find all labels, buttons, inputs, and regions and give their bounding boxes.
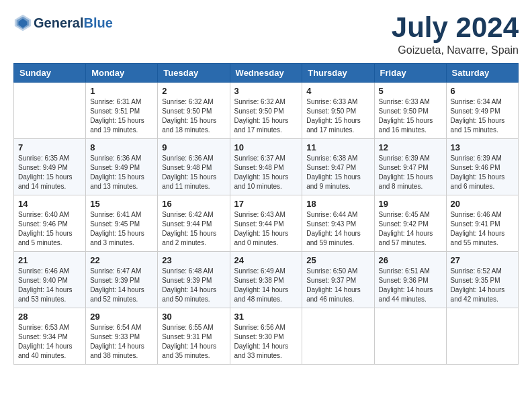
day-number: 10 bbox=[234, 142, 298, 152]
day-info: Sunrise: 6:38 AM Sunset: 9:47 PM Dayligh… bbox=[306, 154, 369, 191]
day-number: 26 bbox=[379, 255, 442, 265]
calendar-week-3: 14Sunrise: 6:40 AM Sunset: 9:46 PM Dayli… bbox=[14, 195, 519, 252]
day-number: 17 bbox=[234, 199, 298, 209]
day-info: Sunrise: 6:46 AM Sunset: 9:41 PM Dayligh… bbox=[451, 210, 514, 248]
calendar-week-1: 1Sunrise: 6:31 AM Sunset: 9:51 PM Daylig… bbox=[14, 83, 519, 139]
day-info: Sunrise: 6:45 AM Sunset: 9:42 PM Dayligh… bbox=[379, 210, 442, 248]
calendar-cell: 13Sunrise: 6:39 AM Sunset: 9:46 PM Dayli… bbox=[446, 139, 518, 195]
calendar-cell: 3Sunrise: 6:32 AM Sunset: 9:50 PM Daylig… bbox=[230, 83, 302, 139]
weekday-header-friday: Friday bbox=[374, 64, 446, 83]
day-number: 5 bbox=[379, 86, 442, 96]
day-number: 27 bbox=[451, 255, 514, 265]
calendar-table: SundayMondayTuesdayWednesdayThursdayFrid… bbox=[13, 63, 519, 365]
day-info: Sunrise: 6:51 AM Sunset: 9:36 PM Dayligh… bbox=[379, 267, 442, 304]
calendar-cell: 21Sunrise: 6:46 AM Sunset: 9:40 PM Dayli… bbox=[14, 252, 86, 308]
day-number: 24 bbox=[234, 255, 298, 265]
day-number: 23 bbox=[162, 255, 225, 265]
calendar-cell: 14Sunrise: 6:40 AM Sunset: 9:46 PM Dayli… bbox=[14, 195, 86, 252]
weekday-header-monday: Monday bbox=[86, 64, 158, 83]
day-number: 18 bbox=[306, 199, 369, 209]
calendar-cell: 17Sunrise: 6:43 AM Sunset: 9:44 PM Dayli… bbox=[230, 195, 302, 252]
weekday-header-saturday: Saturday bbox=[446, 64, 518, 83]
day-info: Sunrise: 6:47 AM Sunset: 9:39 PM Dayligh… bbox=[90, 267, 153, 304]
day-info: Sunrise: 6:46 AM Sunset: 9:40 PM Dayligh… bbox=[18, 267, 81, 304]
day-number: 7 bbox=[18, 142, 81, 152]
day-number: 22 bbox=[90, 255, 153, 265]
weekday-header-tuesday: Tuesday bbox=[158, 64, 230, 83]
day-info: Sunrise: 6:39 AM Sunset: 9:46 PM Dayligh… bbox=[451, 154, 514, 191]
day-number: 11 bbox=[306, 142, 369, 152]
calendar-cell: 2Sunrise: 6:32 AM Sunset: 9:50 PM Daylig… bbox=[158, 83, 230, 139]
day-number: 8 bbox=[90, 142, 153, 152]
day-info: Sunrise: 6:33 AM Sunset: 9:50 PM Dayligh… bbox=[379, 97, 442, 135]
calendar-cell: 26Sunrise: 6:51 AM Sunset: 9:36 PM Dayli… bbox=[374, 252, 446, 308]
day-info: Sunrise: 6:41 AM Sunset: 9:45 PM Dayligh… bbox=[90, 210, 153, 248]
day-number: 19 bbox=[379, 199, 442, 209]
title-section: July 2024 Goizueta, Navarre, Spain bbox=[392, 13, 519, 56]
weekday-header-wednesday: Wednesday bbox=[230, 64, 302, 83]
calendar-cell: 28Sunrise: 6:53 AM Sunset: 9:34 PM Dayli… bbox=[14, 308, 86, 365]
day-number: 2 bbox=[162, 86, 225, 96]
weekday-header-thursday: Thursday bbox=[302, 64, 374, 83]
day-number: 1 bbox=[90, 86, 153, 96]
logo: GeneralBlue bbox=[13, 13, 113, 32]
calendar-cell: 19Sunrise: 6:45 AM Sunset: 9:42 PM Dayli… bbox=[374, 195, 446, 252]
calendar-cell: 20Sunrise: 6:46 AM Sunset: 9:41 PM Dayli… bbox=[446, 195, 518, 252]
day-number: 20 bbox=[451, 199, 514, 209]
calendar-cell: 30Sunrise: 6:55 AM Sunset: 9:31 PM Dayli… bbox=[158, 308, 230, 365]
day-number: 3 bbox=[234, 86, 298, 96]
day-number: 29 bbox=[90, 312, 153, 322]
calendar-cell: 31Sunrise: 6:56 AM Sunset: 9:30 PM Dayli… bbox=[230, 308, 302, 365]
calendar-cell: 1Sunrise: 6:31 AM Sunset: 9:51 PM Daylig… bbox=[86, 83, 158, 139]
calendar-cell: 25Sunrise: 6:50 AM Sunset: 9:37 PM Dayli… bbox=[302, 252, 374, 308]
day-number: 4 bbox=[306, 86, 369, 96]
day-number: 13 bbox=[451, 142, 514, 152]
day-info: Sunrise: 6:36 AM Sunset: 9:49 PM Dayligh… bbox=[90, 154, 153, 191]
day-info: Sunrise: 6:50 AM Sunset: 9:37 PM Dayligh… bbox=[306, 267, 369, 304]
day-number: 12 bbox=[379, 142, 442, 152]
calendar-cell: 29Sunrise: 6:54 AM Sunset: 9:33 PM Dayli… bbox=[86, 308, 158, 365]
location-subtitle: Goizueta, Navarre, Spain bbox=[392, 44, 519, 56]
day-info: Sunrise: 6:36 AM Sunset: 9:48 PM Dayligh… bbox=[162, 154, 225, 191]
day-number: 28 bbox=[18, 312, 81, 322]
calendar-cell: 18Sunrise: 6:44 AM Sunset: 9:43 PM Dayli… bbox=[302, 195, 374, 252]
calendar-week-4: 21Sunrise: 6:46 AM Sunset: 9:40 PM Dayli… bbox=[14, 252, 519, 308]
calendar-cell bbox=[302, 308, 374, 365]
day-number: 31 bbox=[234, 312, 298, 322]
day-info: Sunrise: 6:39 AM Sunset: 9:47 PM Dayligh… bbox=[379, 154, 442, 191]
calendar-week-5: 28Sunrise: 6:53 AM Sunset: 9:34 PM Dayli… bbox=[14, 308, 519, 365]
day-number: 14 bbox=[18, 199, 81, 209]
day-number: 6 bbox=[451, 86, 514, 96]
calendar-cell: 24Sunrise: 6:49 AM Sunset: 9:38 PM Dayli… bbox=[230, 252, 302, 308]
day-info: Sunrise: 6:40 AM Sunset: 9:46 PM Dayligh… bbox=[18, 210, 81, 248]
day-info: Sunrise: 6:37 AM Sunset: 9:48 PM Dayligh… bbox=[234, 154, 298, 191]
calendar-cell: 8Sunrise: 6:36 AM Sunset: 9:49 PM Daylig… bbox=[86, 139, 158, 195]
calendar-cell: 4Sunrise: 6:33 AM Sunset: 9:50 PM Daylig… bbox=[302, 83, 374, 139]
page-header: GeneralBlue July 2024 Goizueta, Navarre,… bbox=[13, 13, 519, 56]
day-info: Sunrise: 6:56 AM Sunset: 9:30 PM Dayligh… bbox=[234, 323, 298, 361]
day-info: Sunrise: 6:32 AM Sunset: 9:50 PM Dayligh… bbox=[234, 97, 298, 135]
calendar-cell bbox=[374, 308, 446, 365]
calendar-cell: 23Sunrise: 6:48 AM Sunset: 9:39 PM Dayli… bbox=[158, 252, 230, 308]
calendar-body: 1Sunrise: 6:31 AM Sunset: 9:51 PM Daylig… bbox=[14, 83, 519, 365]
day-info: Sunrise: 6:49 AM Sunset: 9:38 PM Dayligh… bbox=[234, 267, 298, 304]
day-info: Sunrise: 6:44 AM Sunset: 9:43 PM Dayligh… bbox=[306, 210, 369, 248]
logo-icon bbox=[13, 13, 32, 32]
day-info: Sunrise: 6:34 AM Sunset: 9:49 PM Dayligh… bbox=[451, 97, 514, 135]
logo-blue: Blue bbox=[83, 15, 112, 31]
calendar-cell: 9Sunrise: 6:36 AM Sunset: 9:48 PM Daylig… bbox=[158, 139, 230, 195]
calendar-header-row: SundayMondayTuesdayWednesdayThursdayFrid… bbox=[14, 64, 519, 83]
day-number: 25 bbox=[306, 255, 369, 265]
day-number: 15 bbox=[90, 199, 153, 209]
day-number: 30 bbox=[162, 312, 225, 322]
logo-general: General bbox=[34, 15, 83, 31]
day-info: Sunrise: 6:55 AM Sunset: 9:31 PM Dayligh… bbox=[162, 323, 225, 361]
day-info: Sunrise: 6:33 AM Sunset: 9:50 PM Dayligh… bbox=[306, 97, 369, 135]
day-info: Sunrise: 6:52 AM Sunset: 9:35 PM Dayligh… bbox=[451, 267, 514, 304]
month-title: July 2024 bbox=[392, 13, 519, 42]
calendar-cell: 11Sunrise: 6:38 AM Sunset: 9:47 PM Dayli… bbox=[302, 139, 374, 195]
day-info: Sunrise: 6:35 AM Sunset: 9:49 PM Dayligh… bbox=[18, 154, 81, 191]
day-number: 16 bbox=[162, 199, 225, 209]
day-number: 21 bbox=[18, 255, 81, 265]
calendar-cell: 15Sunrise: 6:41 AM Sunset: 9:45 PM Dayli… bbox=[86, 195, 158, 252]
